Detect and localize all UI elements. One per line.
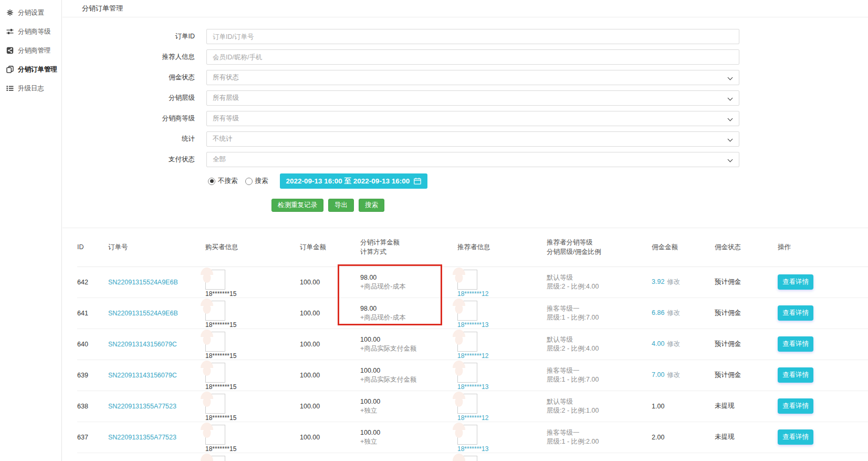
table-row-partial	[77, 453, 868, 461]
referrer-avatar[interactable]	[457, 270, 477, 290]
referrer-level: 推客等级一	[547, 304, 652, 313]
order-no-link[interactable]: SN22091315524A9E6B	[108, 310, 178, 317]
calc-method: +商品实际支付金额	[360, 344, 457, 353]
referrer-phone-link[interactable]: 18*******13	[457, 445, 547, 453]
radio-no-search-label: 不搜索	[218, 177, 238, 186]
radio-selected-icon[interactable]	[208, 178, 215, 185]
view-detail-button[interactable]: 查看详情	[778, 398, 813, 414]
referrer-phone-link[interactable]: 18*******12	[457, 290, 547, 298]
referrer-phone-link[interactable]: 18*******12	[457, 414, 547, 422]
form-actions: 检测重复记录 导出 搜索	[271, 199, 868, 212]
date-search-row: 不搜索 搜索 2022-09-13 16:00 至 2022-09-13 16:…	[208, 173, 868, 189]
chevron-down-icon	[728, 137, 733, 142]
col-header-actions: 操作	[778, 228, 868, 267]
order-no-link[interactable]: SN220913143156079C	[108, 372, 177, 379]
view-detail-button[interactable]: 查看详情	[778, 274, 813, 290]
export-button[interactable]: 导出	[328, 199, 354, 212]
buyer-avatar[interactable]	[205, 425, 225, 445]
sidebar-item-label: 分销设置	[18, 8, 44, 17]
view-detail-button[interactable]: 查看详情	[778, 429, 813, 445]
order-no-link[interactable]: SN2209131355A77523	[108, 434, 176, 441]
order-id-input[interactable]	[206, 29, 739, 44]
referrer-cell	[457, 453, 547, 461]
check-duplicates-button[interactable]: 检测重复记录	[271, 199, 323, 212]
search-button[interactable]: 搜索	[359, 199, 384, 212]
referrer-avatar[interactable]	[457, 363, 477, 383]
table-row: 640 SN220913143156079C 18*******15 100.0…	[77, 329, 868, 360]
radio-no-search[interactable]: 不搜索	[208, 177, 238, 186]
buyer-phone: 18*******15	[205, 352, 300, 360]
form-row-commission-status: 佣金状态 所有状态	[62, 70, 868, 85]
table-row: 639 SN220913143156079C 18*******15 100.0…	[77, 360, 868, 391]
cell-referrer-level: 推客等级一 层级:1 - 比例:7.00	[547, 298, 652, 329]
buyer-cell: 18*******15	[205, 360, 300, 391]
order-no-link[interactable]: SN220913143156079C	[108, 341, 177, 348]
sidebar-item-distribution-settings[interactable]: 分销设置	[0, 3, 61, 22]
order-no-link[interactable]: SN22091315524A9E6B	[108, 279, 178, 286]
cell-referrer-level: 默认等级 层级:2 - 比例:4.00	[547, 267, 652, 298]
buyer-phone: 18*******15	[205, 321, 300, 329]
statistics-select[interactable]: 不统计	[206, 131, 739, 147]
cell-calc: 100.00 +独立	[360, 422, 457, 453]
commission-status-select[interactable]: 所有状态	[206, 70, 739, 85]
referrer-phone-link[interactable]: 18*******13	[457, 321, 547, 329]
sidebar-item-label: 分销商管理	[18, 46, 51, 55]
buyer-avatar[interactable]	[205, 301, 225, 321]
referrer-avatar[interactable]	[457, 425, 477, 445]
cell-status: 预计佣金	[715, 298, 778, 329]
chevron-down-icon	[728, 75, 733, 80]
sidebar-item-distributor-management[interactable]: 分销商管理	[0, 41, 61, 60]
cell-calc: 100.00 +独立	[360, 391, 457, 422]
distribution-tier-select[interactable]: 所有层级	[206, 90, 739, 106]
edit-commission-link[interactable]: 修改	[667, 340, 680, 347]
table-row: 641 SN22091315524A9E6B 18*******15 100.0…	[77, 298, 868, 329]
cell-order-amount: 100.00	[300, 329, 360, 360]
distribution-order-admin-page: { "colors": { "accent_cyan": "#25c2d8", …	[0, 0, 868, 461]
sidebar-item-distribution-orders[interactable]: 分销订单管理	[0, 60, 61, 79]
distributor-level-select[interactable]: 所有等级	[206, 111, 739, 126]
buyer-phone: 18*******15	[205, 290, 300, 298]
referrer-phone-link[interactable]: 18*******13	[457, 383, 547, 391]
referrer-phone-link[interactable]: 18*******12	[457, 352, 547, 360]
radio-unselected-icon[interactable]	[245, 178, 253, 185]
chevron-down-icon	[728, 116, 733, 121]
commission-amount: 3.92	[652, 278, 664, 285]
buyer-avatar[interactable]	[205, 394, 225, 414]
calc-method: +商品现价-成本	[360, 313, 457, 322]
cell-calc: 98.00 +商品现价-成本	[360, 267, 457, 298]
col-header-order-no: 订单号	[108, 228, 205, 267]
cell-calc: 98.00 +商品现价-成本	[360, 298, 457, 329]
view-detail-button[interactable]: 查看详情	[778, 367, 813, 383]
commission-status-label: 佣金状态	[62, 73, 206, 82]
buyer-avatar[interactable]	[205, 363, 225, 383]
order-no-link[interactable]: SN2209131355A77523	[108, 403, 176, 410]
payment-status-select[interactable]: 全部	[206, 152, 739, 167]
edit-commission-link[interactable]: 修改	[667, 278, 680, 285]
buyer-cell: 18*******15	[205, 267, 300, 298]
buyer-phone: 18*******15	[205, 445, 300, 453]
list-icon	[6, 85, 14, 92]
cell-status: 预计佣金	[715, 267, 778, 298]
cell-commission: 6.86修改	[652, 298, 715, 329]
referrer-avatar[interactable]	[457, 301, 477, 321]
radio-search[interactable]: 搜索	[245, 177, 268, 186]
calc-amount: 100.00	[360, 428, 457, 437]
edit-commission-link[interactable]: 修改	[667, 371, 680, 378]
cell-id: 638	[77, 391, 108, 422]
referrer-avatar[interactable]	[457, 332, 477, 352]
buyer-avatar[interactable]	[205, 270, 225, 290]
referrer-info-input[interactable]	[206, 49, 739, 65]
cell-referrer-level: 推客等级一 层级:1 - 比例:2.00	[547, 422, 652, 453]
edit-commission-link[interactable]: 修改	[667, 309, 680, 316]
share-icon	[6, 47, 14, 54]
cell-status: 预计佣金	[715, 329, 778, 360]
date-range-button[interactable]: 2022-09-13 16:00 至 2022-09-13 16:00	[280, 173, 428, 189]
view-detail-button[interactable]: 查看详情	[778, 305, 813, 321]
view-detail-button[interactable]: 查看详情	[778, 336, 813, 352]
sidebar-item-distributor-levels[interactable]: 分销商等级	[0, 22, 61, 41]
sidebar-item-upgrade-log[interactable]: 升级日志	[0, 79, 61, 98]
buyer-avatar[interactable]	[205, 332, 225, 352]
referrer-level: 推客等级一	[547, 428, 652, 437]
orders-table-section: ID 订单号 购买者信息 订单金额 分销计算金额 计算方式 推荐者信息 推荐者分…	[62, 228, 868, 461]
referrer-avatar[interactable]	[457, 394, 477, 414]
